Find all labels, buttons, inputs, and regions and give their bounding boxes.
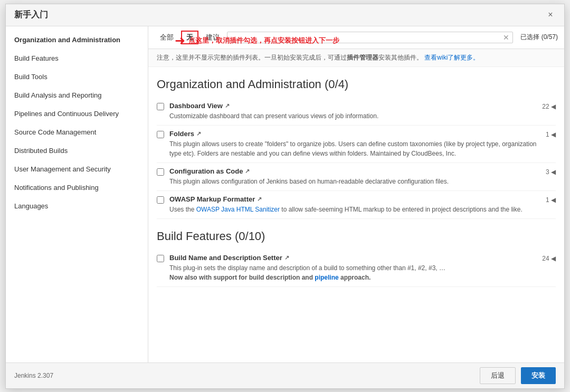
- pipeline-link[interactable]: pipeline: [315, 274, 338, 281]
- arrow-icon: ➜: [175, 33, 185, 48]
- sidebar-item-distributed[interactable]: Distributed Builds: [6, 141, 148, 160]
- plugin-name-config-as-code: Configuration as Code ↗: [169, 167, 540, 175]
- plugin-checkbox-folders[interactable]: [157, 131, 164, 138]
- plugin-info-folders: Folders ↗ This plugin allows users to cr…: [169, 130, 540, 158]
- annotation-text: 点这里，取消插件勾选，再点安装按钮进入下一步: [188, 36, 339, 45]
- external-link-icon-build-name-setter: ↗: [284, 254, 289, 261]
- sidebar-item-organization[interactable]: Organization and Administration: [6, 31, 148, 49]
- back-button[interactable]: 后退: [480, 367, 516, 384]
- close-button[interactable]: ×: [545, 9, 556, 20]
- plugin-item-owasp: OWASP Markup Formatter ↗ Uses the OWASP …: [157, 191, 556, 219]
- sidebar-item-notifications[interactable]: Notifications and Publishing: [6, 178, 148, 197]
- external-link-icon-owasp: ↗: [257, 196, 262, 203]
- plugin-desc-config-as-code: This plugin allows configuration of Jenk…: [169, 177, 540, 186]
- plugin-item-dashboard: Dashboard View ↗ Customizable dashboard …: [157, 98, 556, 126]
- plugin-name-folders: Folders ↗: [169, 130, 540, 138]
- main-modal: 新手入门 ➜ 点这里，取消插件勾选，再点安装按钮进入下一步 × Organiza…: [5, 4, 565, 389]
- plugin-info-dashboard: Dashboard View ↗ Customizable dashboard …: [169, 102, 537, 121]
- plugin-checkbox-dashboard[interactable]: [157, 103, 164, 110]
- sidebar-item-build-analysis[interactable]: Build Analysis and Reporting: [6, 86, 148, 104]
- plugin-name-build-name-setter: Build Name and Description Setter ↗: [169, 254, 537, 262]
- plugin-item-folders: Folders ↗ This plugin allows users to cr…: [157, 126, 556, 163]
- sidebar-item-build-features[interactable]: Build Features: [6, 49, 148, 68]
- sidebar-item-user-management[interactable]: User Management and Security: [6, 160, 148, 178]
- plugin-info-config-as-code: Configuration as Code ↗ This plugin allo…: [169, 167, 540, 186]
- footer-buttons: 后退 安装: [480, 367, 556, 384]
- sidebar-item-build-tools[interactable]: Build Tools: [6, 68, 148, 86]
- plugin-item-config-as-code: Configuration as Code ↗ This plugin allo…: [157, 163, 556, 191]
- section-title-org: Organization and Administration (0/4): [157, 78, 556, 91]
- search-clear-icon[interactable]: ✕: [503, 33, 509, 42]
- plugin-name-dashboard: Dashboard View ↗: [169, 102, 537, 110]
- plugin-desc-owasp: Uses the OWASP Java HTML Sanitizer to al…: [169, 205, 540, 214]
- footer-version: Jenkins 2.307: [14, 372, 53, 379]
- plugin-count-owasp: 1 ◀: [546, 195, 556, 204]
- selected-count: 已选择 (0/57): [515, 33, 558, 42]
- plugin-name-owasp: OWASP Markup Formatter ↗: [169, 195, 540, 203]
- plugin-list: Organization and Administration (0/4) Da…: [148, 67, 564, 362]
- plugin-checkbox-build-name-setter[interactable]: [157, 255, 164, 262]
- plugin-count-folders: 1 ◀: [546, 130, 556, 138]
- plugin-item-build-name-setter: Build Name and Description Setter ↗ This…: [157, 250, 556, 287]
- external-link-icon-dashboard: ↗: [225, 102, 230, 109]
- plugin-count-build-name-setter: 24 ◀: [542, 254, 556, 262]
- modal-footer: Jenkins 2.307 后退 安装: [6, 362, 564, 388]
- plugin-info-build-name-setter: Build Name and Description Setter ↗ This…: [169, 254, 537, 282]
- plugin-checkbox-config-as-code[interactable]: [157, 168, 164, 176]
- plugin-desc-folders: This plugin allows users to create "fold…: [169, 139, 540, 158]
- plugin-desc-dashboard: Customizable dashboard that can present …: [169, 111, 537, 121]
- sidebar-item-pipelines[interactable]: Pipelines and Continuous Delivery: [6, 104, 148, 123]
- owasp-link[interactable]: OWASP Java HTML Sanitizer: [196, 206, 280, 213]
- plugin-desc-build-name-setter: This plug-in sets the display name and d…: [169, 263, 537, 282]
- sidebar: Organization and Administration Build Fe…: [6, 26, 148, 362]
- modal-body: Organization and Administration Build Fe…: [6, 26, 564, 362]
- notice-bar: 注意，这里并不显示完整的插件列表。一旦初始安装完成后，可通过插件管理器安装其他插…: [148, 49, 564, 67]
- notice-link[interactable]: 查看wiki了解更多。: [424, 54, 479, 61]
- external-link-icon-config-as-code: ↗: [245, 168, 250, 175]
- plugin-count-config-as-code: 3 ◀: [546, 167, 556, 176]
- annotation-overlay: ➜ 点这里，取消插件勾选，再点安装按钮进入下一步: [175, 33, 339, 48]
- plugin-count-dashboard: 22 ◀: [542, 102, 556, 110]
- sidebar-item-languages[interactable]: Languages: [6, 197, 148, 215]
- sidebar-item-source-code[interactable]: Source Code Management: [6, 123, 148, 141]
- plugin-info-owasp: OWASP Markup Formatter ↗ Uses the OWASP …: [169, 195, 540, 214]
- modal-header: 新手入门 ➜ 点这里，取消插件勾选，再点安装按钮进入下一步 ×: [6, 4, 564, 26]
- modal-title: 新手入门: [14, 9, 48, 21]
- notice-text: 注意，这里并不显示完整的插件列表。一旦初始安装完成后，可通过插件管理器安装其他插…: [157, 54, 423, 61]
- content-area: 全部 无 建议 ✕ 已选择 (0/57) 注意，这里并不显示完整的插件列表。一旦…: [148, 26, 564, 362]
- external-link-icon-folders: ↗: [196, 130, 201, 137]
- section-title-build-features: Build Features (0/10): [157, 230, 556, 243]
- plugin-checkbox-owasp[interactable]: [157, 196, 164, 204]
- install-button[interactable]: 安装: [521, 367, 556, 384]
